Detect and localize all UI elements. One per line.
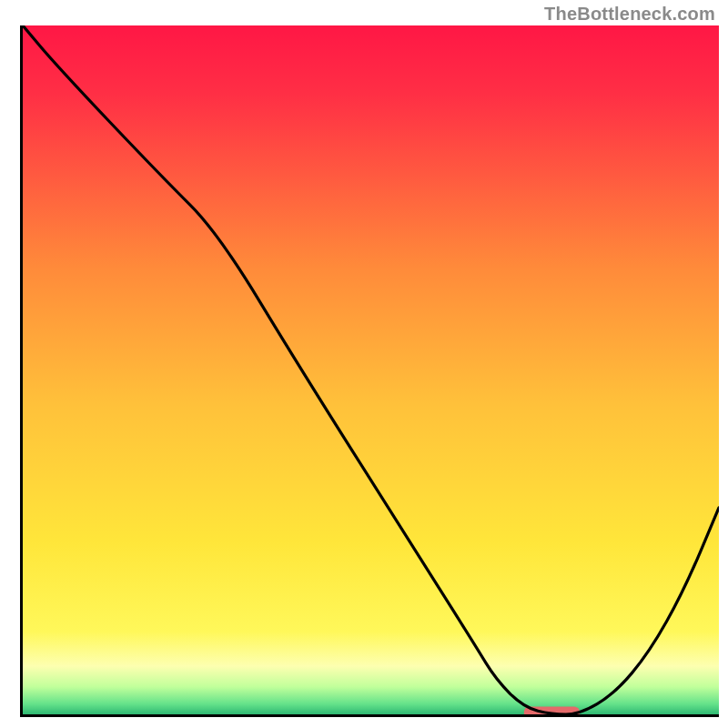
watermark-text: TheBottleneck.com [544,4,715,25]
gradient-background [23,25,719,714]
plot-area [20,25,719,717]
chart-svg [23,25,719,714]
chart-container: TheBottleneck.com [0,0,728,728]
